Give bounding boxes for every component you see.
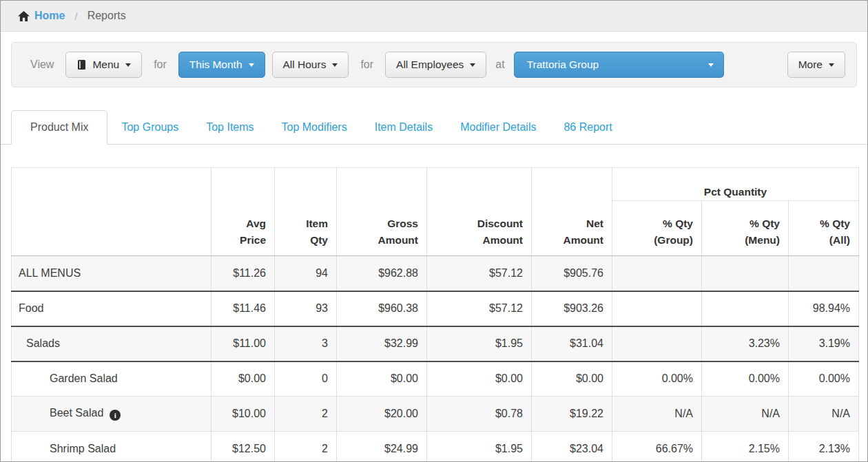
cell-value: 3.23% [702, 326, 789, 361]
cell-value [702, 256, 789, 291]
cell-value [702, 291, 789, 326]
cell-value: $903.26 [532, 291, 612, 326]
cell-value: 0.00% [612, 361, 702, 397]
column-header-net-amount: NetAmount [532, 168, 612, 256]
column-group-header-pct-quantity: Pct Quantity [612, 168, 859, 201]
column-header-gross-amount: GrossAmount [337, 168, 427, 256]
view-label: View [30, 59, 54, 71]
employees-dropdown-button[interactable]: All Employees [385, 52, 486, 78]
column-header-pct-qty-group: % Qty(Group) [612, 201, 702, 256]
cell-value: $11.26 [211, 256, 275, 291]
cell-value: 0 [275, 361, 337, 397]
tab-modifier-details[interactable]: Modifier Details [446, 111, 550, 144]
row-label: Salads [12, 326, 211, 361]
cell-value: $32.99 [337, 326, 427, 361]
location-select-value: Trattoria Group [527, 59, 599, 71]
breadcrumb-home-label: Home [34, 10, 65, 22]
cell-value [789, 256, 859, 291]
cell-value: N/A [702, 397, 789, 432]
cell-value: $23.04 [532, 432, 612, 462]
cell-value: $11.46 [211, 291, 275, 326]
cell-value: $20.00 [337, 397, 427, 432]
column-header-item-qty: ItemQty [275, 168, 337, 256]
info-icon[interactable]: i [110, 410, 121, 421]
cell-value: $57.12 [427, 291, 532, 326]
breadcrumb-separator: / [74, 10, 77, 22]
breadcrumb: Home / Reports [1, 1, 867, 32]
row-label: Beet Saladi [12, 397, 211, 432]
menu-dropdown-button[interactable]: Menu [65, 52, 142, 78]
cell-value: $11.00 [211, 326, 275, 361]
cell-value: N/A [789, 397, 859, 432]
cell-value: 93 [275, 291, 337, 326]
column-header-pct-qty-all: % Qty(All) [789, 201, 859, 256]
cell-value: 3 [275, 326, 337, 361]
table-row-salads: Salads$11.003$32.99$1.95$31.043.23%3.19% [12, 326, 859, 361]
cell-value: 2.13% [789, 432, 859, 462]
cell-value: $0.78 [427, 397, 532, 432]
report-tabs: Product MixTop GroupsTop ItemsTop Modifi… [1, 110, 867, 145]
caret-down-icon [332, 63, 338, 67]
tab-item-details[interactable]: Item Details [361, 111, 446, 144]
tab-top-modifiers[interactable]: Top Modifiers [268, 111, 361, 144]
caret-down-icon [470, 63, 475, 67]
employees-dropdown-label: All Employees [396, 59, 464, 71]
report-page: Home / Reports View Menu for This Month … [0, 0, 868, 462]
period-dropdown-button[interactable]: This Month [178, 52, 265, 78]
hours-dropdown-button[interactable]: All Hours [272, 52, 349, 78]
cell-value: $0.00 [427, 361, 532, 397]
table-row-food: Food$11.4693$960.38$57.12$903.2698.94% [12, 291, 859, 326]
tab-top-items[interactable]: Top Items [192, 111, 267, 144]
cell-value: 2 [275, 432, 337, 462]
column-header-name [12, 168, 211, 256]
breadcrumb-home-link[interactable]: Home [18, 10, 65, 22]
cell-value: $19.22 [532, 397, 612, 432]
tab-86-report[interactable]: 86 Report [550, 111, 626, 144]
caret-down-icon [829, 63, 834, 67]
home-icon [18, 11, 30, 21]
row-label: Shrimp Salad [12, 432, 211, 462]
cell-value: $0.00 [211, 361, 275, 397]
table-row-garden-salad: Garden Salad$0.000$0.00$0.00$0.000.00%0.… [12, 361, 859, 397]
cell-value: $1.95 [427, 432, 532, 462]
cell-value: 0.00% [702, 361, 789, 397]
cell-value: $0.00 [532, 361, 612, 397]
period-dropdown-label: This Month [189, 59, 242, 71]
table-row-beet-salad: Beet Saladi$10.002$20.00$0.78$19.22N/AN/… [12, 397, 859, 432]
cell-value: $31.04 [532, 326, 612, 361]
row-label: Food [12, 291, 211, 326]
breadcrumb-current: Reports [87, 10, 126, 22]
menu-dropdown-label: Menu [92, 59, 119, 71]
cell-value: $905.76 [532, 256, 612, 291]
cell-value: $57.12 [427, 256, 532, 291]
cell-value: $10.00 [211, 397, 275, 432]
cell-value: 2.15% [702, 432, 789, 462]
for-label-2: for [360, 59, 373, 71]
tab-product-mix[interactable]: Product Mix [11, 110, 107, 145]
cell-value: 98.94% [789, 291, 859, 326]
more-dropdown-button[interactable]: More [787, 52, 845, 78]
caret-down-icon [249, 63, 254, 67]
column-header-pct-qty-menu: % Qty(Menu) [702, 201, 789, 256]
product-mix-table: AvgPriceItemQtyGrossAmountDiscountAmount… [11, 167, 859, 462]
tab-top-groups[interactable]: Top Groups [107, 111, 192, 144]
cell-value: $0.00 [337, 361, 427, 397]
location-select[interactable]: Trattoria Group [514, 52, 724, 78]
more-dropdown-label: More [798, 59, 823, 71]
hours-dropdown-label: All Hours [283, 59, 327, 71]
column-header-avg-price: AvgPrice [211, 168, 275, 256]
cell-value [612, 326, 702, 361]
cell-value: $12.50 [211, 432, 275, 462]
cell-value [612, 291, 702, 326]
cell-value: $960.38 [337, 291, 427, 326]
cell-value: $962.88 [337, 256, 427, 291]
cell-value: 3.19% [789, 326, 859, 361]
cell-value: 66.67% [612, 432, 702, 462]
filter-bar: View Menu for This Month All Hours for A… [11, 42, 857, 87]
cell-value: 2 [275, 397, 337, 432]
caret-down-icon [708, 63, 714, 67]
table-row-all-menus: ALL MENUS$11.2694$962.88$57.12$905.76 [12, 256, 859, 291]
row-label: Garden Salad [12, 361, 211, 397]
column-header-discount-amount: DiscountAmount [427, 168, 532, 256]
cell-value: 94 [275, 256, 337, 291]
